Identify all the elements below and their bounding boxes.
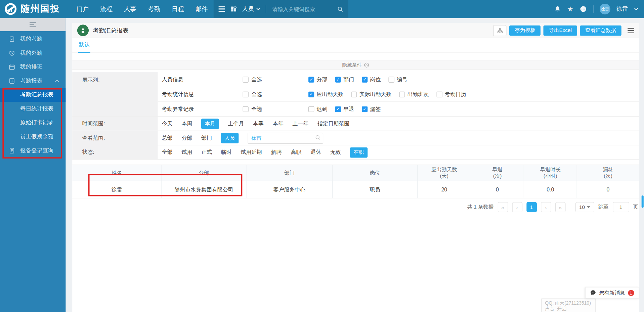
checkbox[interactable]	[399, 91, 405, 97]
filter-row-view-scope: 查看范围: 总部 分部 部门 人员	[72, 131, 639, 145]
bell-icon[interactable]	[554, 6, 561, 13]
checkbox[interactable]	[308, 77, 314, 82]
person-search-input[interactable]	[248, 132, 323, 143]
checkbox[interactable]	[362, 106, 368, 112]
sidebar-subitem-leave-balance[interactable]: 员工假期余额	[0, 130, 66, 144]
time-option-custom-range[interactable]: 指定日期范围	[317, 120, 349, 127]
time-option-this-year[interactable]: 本年	[273, 120, 284, 127]
first-page-button[interactable]: «	[498, 202, 508, 213]
more-bubble-icon[interactable]	[579, 5, 587, 13]
group-name: 考勤统计信息	[162, 91, 243, 98]
menu-item-workflow[interactable]: 流程	[100, 5, 113, 13]
checkbox-option-late[interactable]: 迟到	[308, 105, 327, 113]
checkbox[interactable]	[351, 91, 357, 97]
checkbox-option-post[interactable]: 岗位	[362, 76, 381, 83]
next-page-button[interactable]: ›	[541, 202, 551, 213]
status-option-resigned[interactable]: 离职	[291, 149, 302, 156]
status-option-probation-extended[interactable]: 试用延期	[241, 149, 262, 156]
checkbox[interactable]	[362, 77, 368, 82]
app-logo[interactable]: 随州国投	[0, 2, 71, 15]
status-option-all[interactable]: 全部	[162, 149, 173, 156]
time-option-today[interactable]: 今天	[162, 120, 173, 127]
last-page-button[interactable]: »	[555, 202, 565, 213]
tab-default[interactable]: 默认	[78, 41, 90, 53]
prev-page-button[interactable]: ‹	[512, 202, 522, 213]
checkbox[interactable]	[243, 91, 249, 97]
select-all-option[interactable]: 全选	[243, 105, 309, 113]
user-chevron-down-icon[interactable]	[634, 8, 638, 10]
checkbox[interactable]	[243, 77, 249, 82]
sidebar-subitem-daily-report[interactable]: 每日统计报表	[0, 102, 66, 116]
status-option-active-selected[interactable]: 在职	[350, 147, 368, 158]
sidebar-subitem-summary-report[interactable]: 考勤汇总报表	[0, 88, 66, 102]
status-option-temporary[interactable]: 临时	[221, 149, 232, 156]
status-option-retired[interactable]: 退休	[310, 149, 321, 156]
apps-grid-icon[interactable]	[230, 6, 237, 12]
checkbox-option-calendar[interactable]: 考勤日历	[437, 91, 466, 98]
sidebar-item-my-field-work[interactable]: 我的外勤	[0, 46, 66, 60]
menu-item-schedule[interactable]: 日程	[172, 5, 184, 13]
menu-item-hr[interactable]: 人事	[124, 5, 136, 13]
status-option-formal[interactable]: 正式	[201, 149, 212, 156]
checkbox-option-early-leave[interactable]: 早退	[335, 105, 354, 113]
save-template-button[interactable]: 存为模板	[510, 25, 541, 36]
page-number-current[interactable]: 1	[526, 202, 537, 213]
status-option-probation[interactable]: 试用	[181, 149, 192, 156]
flowchart-button[interactable]	[493, 25, 507, 36]
select-all-option[interactable]: 全选	[243, 76, 309, 83]
time-option-this-week[interactable]: 本周	[181, 120, 192, 127]
menu-item-mail[interactable]: 邮件	[196, 5, 208, 13]
checkbox[interactable]	[335, 106, 341, 112]
select-all-option[interactable]: 全选	[243, 91, 309, 98]
checkbox-option-department[interactable]: 部门	[335, 76, 354, 83]
favorites-star-icon[interactable]: ★	[567, 6, 573, 13]
sidebar-item-report-registration-query[interactable]: 报备登记查询	[0, 144, 66, 158]
global-search-input[interactable]	[271, 6, 334, 13]
checkbox-option-due-days[interactable]: 应出勤天数	[308, 91, 343, 98]
sidebar-collapse-button[interactable]	[0, 18, 66, 31]
checkbox-option-shift[interactable]: 出勤班次	[399, 91, 429, 98]
new-message-notification[interactable]: 您有新消息 1	[585, 287, 639, 299]
scope-option-department[interactable]: 部门	[201, 134, 212, 142]
search-icon[interactable]	[337, 6, 343, 12]
view-summary-button[interactable]: 查看汇总数据	[580, 25, 621, 36]
user-avatar[interactable]: 徐雷	[600, 4, 610, 14]
report-panel: 考勤汇总报表 存为模板 导出Excel 查看汇总数据	[72, 23, 639, 312]
scope-option-branch[interactable]: 分部	[181, 134, 192, 142]
menu-item-attendance[interactable]: 考勤	[148, 5, 160, 13]
checkbox-option-number[interactable]: 编号	[389, 76, 407, 83]
sidebar-item-my-attendance[interactable]: 我的考勤	[0, 32, 66, 46]
hide-conditions-toggle[interactable]: 隐藏条件	[72, 60, 639, 70]
status-option-dismissed[interactable]: 解聘	[271, 149, 282, 156]
time-option-last-month[interactable]: 上个月	[228, 120, 244, 127]
checkbox[interactable]	[308, 91, 314, 97]
scrollbar-thumb[interactable]	[642, 195, 644, 208]
sidebar-item-my-shifts[interactable]: 我的排班	[0, 60, 66, 74]
checkbox[interactable]	[308, 106, 314, 112]
checkbox-option-missed-sign[interactable]: 漏签	[362, 105, 381, 113]
checkbox[interactable]	[437, 91, 442, 97]
scope-option-headquarters[interactable]: 总部	[162, 134, 173, 142]
time-option-this-month-selected[interactable]: 本月	[201, 119, 219, 129]
user-name[interactable]: 徐雷	[616, 5, 628, 13]
search-scope-dropdown[interactable]: 人员	[242, 5, 260, 13]
checkbox-option-branch[interactable]: 分部	[308, 76, 327, 83]
checkbox[interactable]	[335, 77, 341, 82]
checkbox[interactable]	[243, 106, 249, 112]
menu-list-icon[interactable]	[218, 6, 225, 12]
menu-item-portal[interactable]: 门户	[76, 5, 89, 13]
sidebar-item-attendance-reports[interactable]: 考勤报表	[0, 74, 66, 88]
scope-option-person-selected[interactable]: 人员	[221, 133, 239, 143]
export-excel-button[interactable]: 导出Excel	[544, 25, 577, 36]
hide-conditions-label: 隐藏条件	[342, 61, 362, 69]
page-size-select[interactable]: 10	[575, 202, 594, 213]
sidebar-subitem-raw-punch-records[interactable]: 原始打卡记录	[0, 116, 66, 130]
search-icon[interactable]	[315, 134, 321, 140]
list-view-icon[interactable]	[628, 28, 634, 33]
status-option-invalid[interactable]: 无效	[330, 149, 341, 156]
time-option-last-year[interactable]: 上一年	[292, 120, 308, 127]
checkbox[interactable]	[389, 77, 394, 82]
checkbox-option-actual-days[interactable]: 实际出勤天数	[351, 91, 391, 98]
jump-page-input[interactable]	[612, 202, 629, 213]
time-option-this-quarter[interactable]: 本季	[253, 120, 264, 127]
